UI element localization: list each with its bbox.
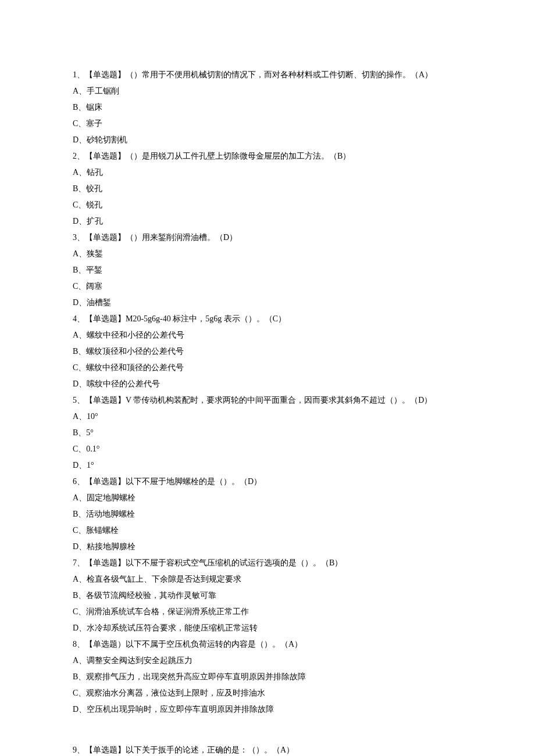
- question-stem: 7、【单选题】以下不屉于容积式空气压缩机的试运行选项的是（）。（B）: [73, 555, 462, 571]
- question-option: A、手工锯削: [73, 83, 462, 99]
- question-stem: 4、【单选题】M20-5g6g-40 标注中，5g6g 表示（）。（C）: [73, 311, 462, 327]
- question-option: B、观察排气压力，出现突然升高应立即停车直明原因并排除故障: [73, 669, 462, 685]
- question-option: D、嗦纹中径的公差代号: [73, 376, 462, 392]
- question-option: C、螺纹中径和顶径的公差代号: [73, 360, 462, 376]
- question-option: A、调整安全阀达到安全起跳压力: [73, 653, 462, 669]
- question-option: A、狭錾: [73, 246, 462, 262]
- question-option: D、扩孔: [73, 213, 462, 230]
- question-option: B、活动地脚螺栓: [73, 506, 462, 522]
- question-option: D、水冷却系统试压符合要求，能使压缩机正常运转: [73, 620, 462, 636]
- document-page: 1、【单选题】（）常用于不便用机械切割的情况下，而对各种材料或工件切断、切割的操…: [0, 0, 535, 756]
- question-stem: 8、【单选题）以下不属于空压机负荷运转的内容是（）。（A）: [73, 636, 462, 653]
- question-stem: 5、【单选题】V 带传动机构装配时，要求两轮的中间平面重合，因而要求其斜角不超过…: [73, 392, 462, 409]
- question-option: D、空压机出现异响时，应立即停车直明原因并排除故障: [73, 701, 462, 718]
- question-option: B、各级节流阀经校验，其动作灵敏可靠: [73, 587, 462, 604]
- question-option: B、平錾: [73, 262, 462, 278]
- question-option: A、钻孔: [73, 164, 462, 181]
- question-stem: 9、【单选题】以下关于扳手的论述，正确的是：（）。（A）: [73, 742, 462, 756]
- question-option: C、观察油水分离器，液位达到上限时，应及时排油水: [73, 685, 462, 701]
- question-option: D、粘接地脚腺栓: [73, 539, 462, 555]
- question-option: C、塞子: [73, 116, 462, 132]
- question-option: A、10°: [73, 409, 462, 425]
- question-option: D、油槽錾: [73, 295, 462, 311]
- question-stem: 6、【单选题】以下不屉于地脚螺栓的是（）。（D）: [73, 474, 462, 490]
- question-option: D、1°: [73, 457, 462, 474]
- question-stem: 1、【单选题】（）常用于不便用机械切割的情况下，而对各种材料或工件切断、切割的操…: [73, 67, 462, 83]
- question-option: B、铰孔: [73, 181, 462, 197]
- question-option: A、检直各级气缸上、下余隙是否达到规定要求: [73, 571, 462, 587]
- question-option: B、锯床: [73, 99, 462, 116]
- question-option: B、5°: [73, 425, 462, 441]
- question-option: C、胀锚螺栓: [73, 522, 462, 539]
- question-option: B、螺纹顶径和小径的公差代号: [73, 343, 462, 360]
- question-option: C、0.1°: [73, 441, 462, 457]
- question-option: A、固定地脚螺栓: [73, 490, 462, 506]
- question-option: C、润滑油系统试车合格，保证润滑系统正常工作: [73, 604, 462, 620]
- blank-gap: [73, 718, 462, 742]
- question-option: C、阔塞: [73, 278, 462, 295]
- question-option: D、砂轮切割机: [73, 132, 462, 148]
- question-option: A、螺纹中径和小径的公差代号: [73, 327, 462, 343]
- question-stem: 3、【单选题】（）用来錾削润滑油槽。（D）: [73, 230, 462, 246]
- question-option: C、锐孔: [73, 197, 462, 213]
- question-stem: 2、【单选题】（）是用锐刀从工件孔壁上切除微母金屉层的加工方法。（B）: [73, 148, 462, 164]
